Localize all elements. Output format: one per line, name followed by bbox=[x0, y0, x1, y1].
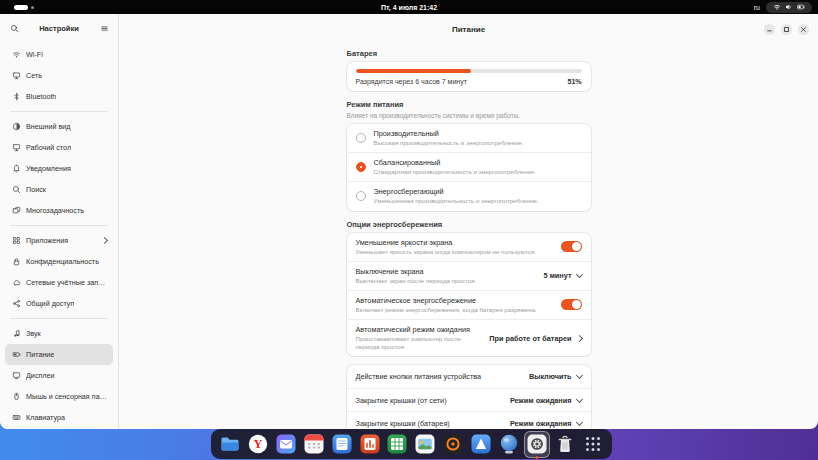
sidebar: Настройки Wi-FiСетьBluetoothВнешний видР… bbox=[0, 14, 119, 429]
toggle-switch[interactable] bbox=[561, 241, 582, 252]
sidebar-item-multitasking[interactable]: Многозадачность bbox=[5, 200, 113, 221]
volume-icon bbox=[785, 3, 793, 11]
sidebar-item-label: Поиск bbox=[26, 185, 46, 194]
settings-row[interactable]: Закрытие крышки (от сети)Режим ожидания bbox=[347, 388, 591, 411]
sidebar-item-mouse[interactable]: Мышь и сенсорная панель bbox=[5, 386, 113, 407]
row-title: Автоматическое энергосбережение bbox=[356, 296, 555, 305]
power-mode-subtitle: Влияет на производительность системы и в… bbox=[347, 112, 591, 119]
row-text: Закрытие крышки (батарея) bbox=[356, 419, 510, 428]
settings-row[interactable]: Закрытие крышки (батарея)Режим ожидания bbox=[347, 411, 591, 429]
settings-icon bbox=[526, 433, 548, 455]
chevron-right-icon bbox=[575, 335, 582, 342]
sidebar-item-search[interactable]: Поиск bbox=[5, 179, 113, 200]
app-title: Настройки bbox=[25, 24, 93, 33]
app-store-icon bbox=[470, 433, 492, 455]
sidebar-item-bluetooth[interactable]: Bluetooth bbox=[5, 86, 113, 107]
row-title: Закрытие крышки (от сети) bbox=[356, 396, 504, 405]
headerbar[interactable]: Питание bbox=[119, 14, 818, 44]
keyboard-layout-indicator[interactable]: ru bbox=[754, 4, 760, 11]
sidebar-item-label: Приложения bbox=[26, 236, 68, 245]
battery-heading: Батарея bbox=[347, 49, 591, 58]
settings-row[interactable]: Выключение экранаВыключает экран после п… bbox=[347, 261, 591, 290]
power-mode-option[interactable]: ПроизводительныйВысокая производительнос… bbox=[347, 124, 591, 152]
files-icon bbox=[219, 433, 241, 455]
chevron-right-icon bbox=[102, 238, 107, 243]
help-icon bbox=[498, 433, 520, 455]
sidebar-item-sharing[interactable]: Общий доступ bbox=[5, 293, 113, 314]
chevron-down-icon bbox=[575, 372, 582, 379]
dock-item-trash[interactable] bbox=[552, 429, 578, 459]
sidebar-item-network[interactable]: Сеть bbox=[5, 65, 113, 86]
dock-item-app-grid[interactable] bbox=[580, 429, 606, 459]
dock-item-help[interactable] bbox=[496, 429, 522, 459]
minimize-button[interactable] bbox=[764, 24, 775, 35]
row-text: Закрытие крышки (от сети) bbox=[356, 396, 510, 405]
power-mode-option[interactable]: ЭнергосберегающийУменьшенная производите… bbox=[347, 181, 591, 210]
dock-item-app-store[interactable] bbox=[468, 429, 494, 459]
dock-item-image-viewer[interactable] bbox=[412, 429, 438, 459]
dock-item-mail[interactable] bbox=[273, 429, 299, 459]
sound-icon bbox=[11, 329, 21, 338]
sidebar-item-online-accounts[interactable]: Сетевые учётные записи bbox=[5, 272, 113, 293]
window-controls bbox=[764, 24, 809, 35]
settings-window: Настройки Wi-FiСетьBluetoothВнешний видР… bbox=[0, 14, 818, 429]
dock-item-yandex-browser[interactable]: Y bbox=[245, 429, 271, 459]
sidebar-item-power[interactable]: Питание bbox=[5, 344, 113, 365]
main-menu-button[interactable] bbox=[97, 21, 111, 35]
sidebar-item-printers[interactable]: Принтеры bbox=[5, 428, 113, 429]
sidebar-item-desktop[interactable]: Рабочий стол bbox=[5, 137, 113, 158]
dock-item-settings[interactable] bbox=[524, 429, 550, 459]
maximize-button[interactable] bbox=[781, 24, 792, 35]
music-player-icon bbox=[442, 433, 464, 455]
calendar-icon bbox=[303, 433, 325, 455]
sidebar-item-label: Общий доступ bbox=[26, 299, 74, 308]
radio-button[interactable] bbox=[356, 133, 366, 143]
system-tray[interactable] bbox=[766, 2, 812, 13]
row-title: Выключение экрана bbox=[356, 267, 538, 276]
battery-percent: 51% bbox=[567, 78, 581, 85]
sidebar-item-label: Bluetooth bbox=[26, 92, 56, 101]
dock-item-spreadsheet-editor[interactable] bbox=[384, 429, 410, 459]
power-icon bbox=[11, 350, 21, 359]
settings-row[interactable]: Автоматический режим ожиданияПриостанавл… bbox=[347, 319, 591, 356]
sidebar-item-displays[interactable]: Дисплеи bbox=[5, 365, 113, 386]
battery-progress-fill bbox=[356, 69, 471, 73]
top-bar: Пт, 4 июля 21:42 ru bbox=[0, 0, 818, 14]
sidebar-item-wifi[interactable]: Wi-Fi bbox=[5, 44, 113, 65]
general-options-card: Действие кнопки питания устройстваВыключ… bbox=[347, 365, 591, 429]
row-text: Действие кнопки питания устройства bbox=[356, 372, 529, 381]
radio-button[interactable] bbox=[356, 191, 366, 201]
search-button[interactable] bbox=[7, 21, 21, 35]
dock-item-music-player[interactable] bbox=[440, 429, 466, 459]
sidebar-item-label: Wi-Fi bbox=[26, 50, 43, 59]
sidebar-item-privacy[interactable]: Конфиденциальность bbox=[5, 251, 113, 272]
sidebar-item-notifications[interactable]: Уведомления bbox=[5, 158, 113, 179]
toggle-switch[interactable] bbox=[561, 299, 582, 310]
sidebar-item-appearance[interactable]: Внешний вид bbox=[5, 116, 113, 137]
settings-row: Уменьшение яркости экранаУменьшает яркос… bbox=[347, 233, 591, 261]
bluetooth-icon bbox=[11, 92, 21, 101]
row-value: Режим ожидания bbox=[510, 419, 572, 428]
dock-item-files[interactable] bbox=[217, 429, 243, 459]
dock-item-presentation-editor[interactable] bbox=[357, 429, 383, 459]
radio-button[interactable] bbox=[356, 162, 366, 172]
sidebar-item-keyboard[interactable]: Клавиатура bbox=[5, 407, 113, 428]
sidebar-item-apps[interactable]: Приложения bbox=[5, 230, 113, 251]
dock-item-calendar[interactable] bbox=[301, 429, 327, 459]
privacy-icon bbox=[11, 257, 21, 266]
option-text: ПроизводительныйВысокая производительнос… bbox=[374, 129, 582, 147]
sidebar-item-sound[interactable]: Звук bbox=[5, 323, 113, 344]
close-button[interactable] bbox=[798, 24, 809, 35]
sidebar-separator bbox=[10, 111, 108, 112]
clock[interactable]: Пт, 4 июля 21:42 bbox=[0, 4, 818, 11]
presentation-editor-icon bbox=[359, 433, 381, 455]
power-mode-option[interactable]: СбалансированныйСтандартная производител… bbox=[347, 152, 591, 181]
sidebar-item-label: Сетевые учётные записи bbox=[26, 278, 107, 287]
sharing-icon bbox=[11, 299, 21, 308]
settings-row[interactable]: Действие кнопки питания устройстваВыключ… bbox=[347, 365, 591, 388]
row-text: Автоматическое энергосбережениеВключает … bbox=[356, 296, 561, 314]
sidebar-nav: Wi-FiСетьBluetoothВнешний видРабочий сто… bbox=[0, 42, 118, 429]
scroll-area[interactable]: Батарея Разрядится через 6 часов 7 минут… bbox=[119, 44, 818, 429]
running-indicator-dot bbox=[536, 456, 539, 459]
dock-item-document-editor[interactable] bbox=[329, 429, 355, 459]
